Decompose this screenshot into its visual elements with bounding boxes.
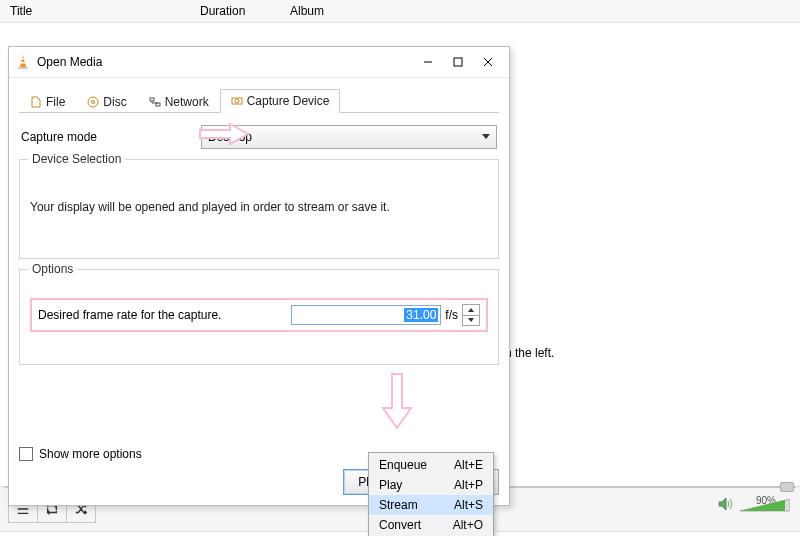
menu-accel: Alt+P (454, 478, 483, 492)
svg-rect-9 (150, 98, 154, 101)
background-hint-text: n the left. (505, 346, 554, 360)
menu-label: Stream (379, 498, 418, 512)
device-selection-message: Your display will be opened and played i… (30, 200, 390, 214)
open-media-dialog: Open Media File Disc Network Captur (8, 46, 510, 506)
options-legend: Options (28, 262, 77, 276)
spinner-down[interactable] (463, 316, 479, 326)
speaker-icon[interactable] (718, 497, 734, 514)
capture-icon (231, 95, 243, 107)
svg-rect-6 (454, 58, 462, 66)
tab-capture-device[interactable]: Capture Device (220, 89, 341, 113)
caret-down-icon (468, 318, 474, 322)
frame-rate-value: 31.00 (404, 308, 438, 322)
menu-label: Enqueue (379, 458, 427, 472)
svg-rect-5 (21, 62, 26, 64)
svg-rect-4 (21, 58, 25, 60)
network-icon (149, 96, 161, 108)
capture-mode-select[interactable]: Desktop (201, 125, 497, 149)
tab-file-label: File (46, 95, 65, 109)
capture-mode-value: Desktop (208, 130, 252, 144)
menu-label: Play (379, 478, 402, 492)
menu-item-enqueue[interactable]: Enqueue Alt+E (369, 455, 493, 475)
menu-accel: Alt+E (454, 458, 483, 472)
svg-marker-2 (20, 55, 26, 67)
show-more-checkbox[interactable] (19, 447, 33, 461)
svg-point-8 (92, 101, 95, 104)
hint-arrow-down-icon (381, 372, 413, 430)
menu-item-convert[interactable]: Convert Alt+O (369, 515, 493, 535)
source-tabs: File Disc Network Capture Device (19, 86, 499, 113)
volume-slider[interactable] (740, 499, 790, 513)
playlist-column-header: Title Duration Album (0, 0, 800, 23)
tab-capture-label: Capture Device (247, 94, 330, 108)
spinner-up[interactable] (463, 305, 479, 316)
frame-rate-row: Desired frame rate for the capture. 31.0… (30, 298, 488, 332)
menu-accel: Alt+S (454, 498, 483, 512)
menu-item-stream[interactable]: Stream Alt+S (369, 495, 493, 515)
vlc-cone-icon (15, 54, 31, 70)
menu-item-play[interactable]: Play Alt+P (369, 475, 493, 495)
frame-rate-label: Desired frame rate for the capture. (38, 308, 291, 322)
svg-point-12 (235, 99, 239, 103)
col-album[interactable]: Album (280, 4, 334, 18)
frame-rate-unit: f/s (445, 308, 458, 322)
close-button[interactable] (473, 50, 503, 74)
menu-label: Convert (379, 518, 421, 532)
capture-mode-label: Capture mode (21, 130, 201, 144)
tab-disc[interactable]: Disc (76, 90, 137, 113)
seek-handle[interactable] (780, 482, 794, 492)
device-selection-group: Device Selection Your display will be op… (19, 159, 499, 259)
svg-rect-3 (18, 67, 28, 69)
maximize-button[interactable] (443, 50, 473, 74)
menu-accel: Alt+O (453, 518, 483, 532)
tab-file[interactable]: File (19, 90, 76, 113)
tab-network-label: Network (165, 95, 209, 109)
play-mode-menu: Enqueue Alt+E Play Alt+P Stream Alt+S Co… (368, 452, 494, 536)
dialog-titlebar[interactable]: Open Media (9, 47, 509, 78)
dialog-title: Open Media (37, 55, 102, 69)
device-selection-legend: Device Selection (28, 152, 125, 166)
disc-icon (87, 96, 99, 108)
options-group: Options Desired frame rate for the captu… (19, 269, 499, 365)
col-duration[interactable]: Duration (190, 4, 280, 18)
file-icon (30, 96, 42, 108)
frame-rate-input[interactable]: 31.00 (291, 305, 441, 325)
tab-network[interactable]: Network (138, 90, 220, 113)
chevron-down-icon (482, 134, 490, 139)
show-more-label[interactable]: Show more options (39, 447, 142, 461)
caret-up-icon (468, 308, 474, 312)
minimize-button[interactable] (413, 50, 443, 74)
col-title[interactable]: Title (0, 4, 190, 18)
tab-disc-label: Disc (103, 95, 126, 109)
svg-point-7 (88, 97, 98, 107)
frame-rate-spinner[interactable] (462, 304, 480, 326)
